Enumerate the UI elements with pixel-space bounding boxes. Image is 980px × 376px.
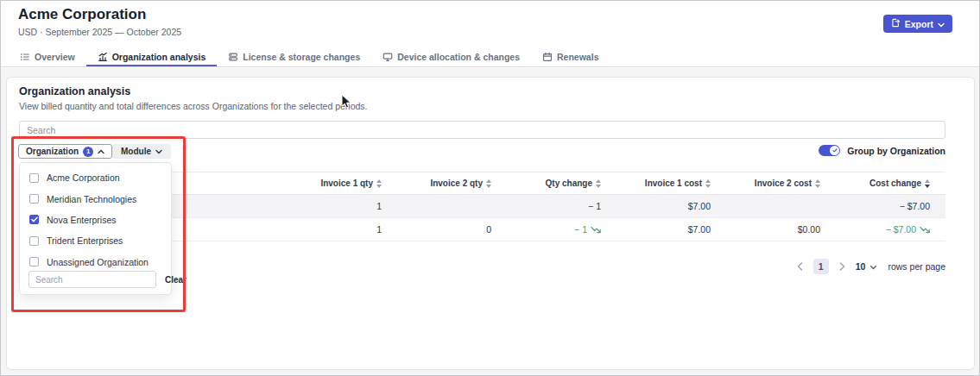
- trending-down-icon: [591, 226, 601, 234]
- sort-arrows-icon[interactable]: [925, 179, 930, 188]
- cell-invoice1-cost: $7.00: [601, 201, 711, 211]
- tab-device-allocation-changes[interactable]: Device allocation & changes: [371, 48, 531, 66]
- chevron-down-icon: [869, 261, 877, 272]
- column-header[interactable]: Invoice 1 cost: [601, 179, 711, 188]
- cell-invoice1-qty: 1: [272, 201, 382, 211]
- chevron-up-icon: [98, 147, 104, 156]
- cell-invoice2-cost: $0.00: [711, 224, 820, 235]
- tab-label: Renewals: [557, 52, 598, 62]
- export-button[interactable]: Export: [883, 15, 952, 33]
- module-filter-button[interactable]: Module: [112, 144, 171, 159]
- page-number-button[interactable]: 1: [813, 259, 829, 274]
- dropdown-option-acme-corporation[interactable]: Acme Corporation: [20, 167, 171, 188]
- cell-invoice1-qty: 1: [272, 224, 382, 235]
- cell-invoice2-qty: 0: [382, 224, 491, 235]
- clear-button[interactable]: Clear: [165, 275, 187, 285]
- checkmark-icon: [31, 216, 38, 222]
- dropdown-option-unassigned-organization[interactable]: Unassigned Organization: [20, 252, 171, 273]
- group-by-organization-control: Group by Organization: [819, 145, 945, 156]
- tab-label: Overview: [35, 52, 75, 62]
- billing-report-screen: Acme Corporation USD · September 2025 — …: [0, 0, 980, 376]
- chevron-left-icon[interactable]: [797, 262, 803, 271]
- panel-description: View billed quantity and total differenc…: [19, 101, 368, 111]
- bar-chart-icon: [98, 52, 108, 62]
- dropdown-option-trident-enterprises[interactable]: Trident Enterprises: [20, 230, 171, 251]
- monitor-icon: [383, 52, 393, 62]
- list-icon: [20, 52, 30, 62]
- tab-overview[interactable]: Overview: [9, 48, 86, 66]
- module-filter-label: Module: [121, 147, 151, 156]
- chevron-down-icon: [938, 19, 945, 29]
- checkmark-icon: [832, 148, 838, 153]
- search-input[interactable]: [19, 121, 945, 139]
- checkbox-checked[interactable]: [29, 215, 39, 224]
- column-header[interactable]: Cost change: [820, 179, 930, 188]
- column-header[interactable]: Invoice 1 qty: [272, 179, 382, 188]
- tab-license-storage-changes[interactable]: License & storage changes: [217, 48, 371, 66]
- trending-down-icon: [920, 226, 930, 234]
- group-by-toggle[interactable]: [819, 145, 840, 156]
- stack-icon: [228, 52, 238, 62]
- dropdown-option-nova-enterprises[interactable]: Nova Enterprises: [20, 210, 171, 230]
- tab-organization-analysis[interactable]: Organization analysis: [86, 48, 218, 66]
- export-button-label: Export: [905, 19, 933, 29]
- cell-qty-change: − 1: [491, 201, 601, 211]
- cell-cost-change: − $7.00: [820, 224, 930, 235]
- tab-renewals[interactable]: Renewals: [531, 48, 610, 66]
- chevron-down-icon: [155, 147, 162, 156]
- cell-cost-change: − $7.00: [820, 201, 930, 211]
- toggle-knob: [830, 146, 839, 155]
- checkbox[interactable]: [29, 194, 39, 204]
- dropdown-option-meridian-technologies[interactable]: Meridian Technologies: [20, 188, 171, 209]
- column-header[interactable]: Invoice 2 cost: [711, 179, 820, 188]
- group-by-toggle-label: Group by Organization: [847, 146, 945, 156]
- dropdown-search-input[interactable]: [28, 271, 156, 288]
- panel-heading: Organization analysis: [19, 85, 130, 97]
- tab-bar: Overview Organization analysis License &…: [1, 48, 979, 67]
- organization-filter-button[interactable]: Organization 1: [18, 144, 112, 159]
- dropdown-footer: Clear: [28, 271, 164, 288]
- organization-filter-dropdown: Acme Corporation Meridian Technologies N…: [19, 162, 172, 295]
- checkbox[interactable]: [29, 236, 39, 246]
- column-header[interactable]: Invoice 2 qty: [382, 179, 491, 188]
- organization-filter-label: Organization: [26, 147, 79, 156]
- cell-qty-change: − 1: [491, 224, 601, 235]
- calendar-icon: [542, 52, 553, 62]
- tab-label: License & storage changes: [243, 52, 360, 62]
- cell-invoice1-cost: $7.00: [601, 224, 711, 235]
- chevron-right-icon[interactable]: [839, 262, 845, 271]
- column-header[interactable]: Qty change: [491, 179, 601, 188]
- page-size-select[interactable]: 10: [856, 261, 878, 272]
- rows-per-page-label: rows per page: [888, 261, 945, 272]
- checkbox[interactable]: [29, 173, 39, 183]
- page-subtitle: USD · September 2025 — October 2025: [18, 27, 181, 37]
- organization-analysis-panel: Organization analysis View billed quanti…: [6, 77, 975, 370]
- tab-label: Organization analysis: [112, 52, 206, 62]
- file-export-icon: [891, 18, 901, 29]
- page-title: Acme Corporation: [18, 6, 146, 23]
- filter-count-badge: 1: [83, 147, 93, 157]
- tab-label: Device allocation & changes: [397, 52, 520, 62]
- checkbox[interactable]: [29, 257, 39, 266]
